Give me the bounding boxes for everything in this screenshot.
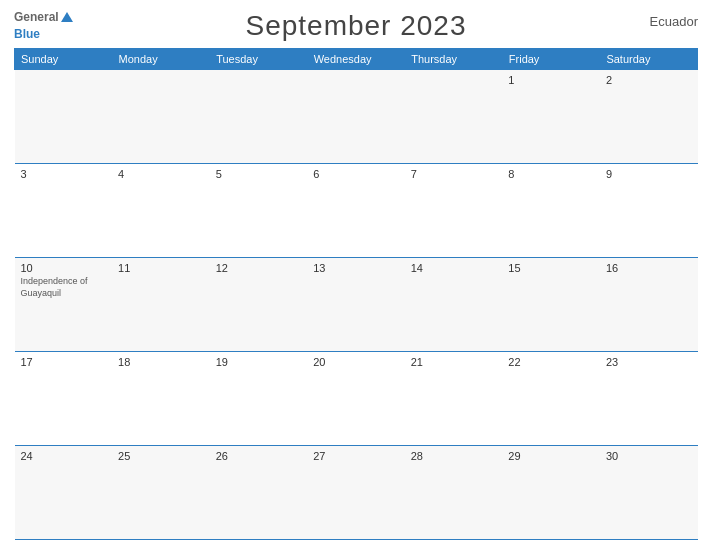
calendar-cell: 21 [405,352,503,446]
calendar-week-row: 24252627282930 [15,446,698,540]
day-number: 17 [21,356,107,368]
calendar-cell: 30 [600,446,698,540]
calendar-cell: 4 [112,164,210,258]
day-number: 26 [216,450,302,462]
calendar-page: General Blue September 2023 Ecuador Sund… [0,0,712,550]
col-header-monday: Monday [112,49,210,70]
calendar-cell [307,70,405,164]
calendar-cell: 22 [502,352,600,446]
calendar-header-row: SundayMondayTuesdayWednesdayThursdayFrid… [15,49,698,70]
day-number: 25 [118,450,204,462]
logo-general-text: General [14,10,59,24]
day-number: 29 [508,450,594,462]
calendar-cell: 18 [112,352,210,446]
calendar-week-row: 17181920212223 [15,352,698,446]
calendar-table: SundayMondayTuesdayWednesdayThursdayFrid… [14,48,698,540]
day-number: 7 [411,168,497,180]
calendar-cell: 9 [600,164,698,258]
day-number: 11 [118,262,204,274]
calendar-cell: 14 [405,258,503,352]
day-number: 12 [216,262,302,274]
col-header-saturday: Saturday [600,49,698,70]
day-number: 22 [508,356,594,368]
calendar-cell: 13 [307,258,405,352]
calendar-cell: 6 [307,164,405,258]
calendar-cell: 20 [307,352,405,446]
calendar-cell [405,70,503,164]
calendar-week-row: 12 [15,70,698,164]
calendar-title: September 2023 [245,10,466,42]
day-number: 18 [118,356,204,368]
col-header-wednesday: Wednesday [307,49,405,70]
calendar-cell: 8 [502,164,600,258]
day-number: 2 [606,74,692,86]
day-number: 8 [508,168,594,180]
day-number: 6 [313,168,399,180]
calendar-cell: 27 [307,446,405,540]
day-number: 19 [216,356,302,368]
logo-blue-text: Blue [14,27,40,41]
calendar-cell: 1 [502,70,600,164]
calendar-cell: 7 [405,164,503,258]
day-number: 20 [313,356,399,368]
day-number: 10 [21,262,107,274]
col-header-friday: Friday [502,49,600,70]
calendar-cell [112,70,210,164]
day-number: 1 [508,74,594,86]
day-number: 9 [606,168,692,180]
calendar-cell: 17 [15,352,113,446]
calendar-cell: 26 [210,446,308,540]
day-number: 23 [606,356,692,368]
day-number: 13 [313,262,399,274]
calendar-cell: 25 [112,446,210,540]
col-header-sunday: Sunday [15,49,113,70]
calendar-cell: 24 [15,446,113,540]
calendar-cell [15,70,113,164]
day-number: 15 [508,262,594,274]
day-number: 14 [411,262,497,274]
day-number: 30 [606,450,692,462]
calendar-cell: 5 [210,164,308,258]
calendar-header: General Blue September 2023 Ecuador [14,10,698,42]
calendar-cell: 3 [15,164,113,258]
calendar-cell: 2 [600,70,698,164]
day-number: 5 [216,168,302,180]
calendar-cell [210,70,308,164]
calendar-cell: 16 [600,258,698,352]
day-number: 24 [21,450,107,462]
calendar-week-row: 3456789 [15,164,698,258]
calendar-cell: 29 [502,446,600,540]
logo-triangle-icon [61,12,73,22]
calendar-cell: 15 [502,258,600,352]
day-number: 4 [118,168,204,180]
country-label: Ecuador [650,14,698,29]
day-number: 28 [411,450,497,462]
calendar-cell: 19 [210,352,308,446]
calendar-cell: 28 [405,446,503,540]
day-number: 3 [21,168,107,180]
calendar-cell: 10Independence of Guayaquil [15,258,113,352]
day-event: Independence of Guayaquil [21,276,107,299]
day-number: 16 [606,262,692,274]
calendar-cell: 23 [600,352,698,446]
calendar-week-row: 10Independence of Guayaquil111213141516 [15,258,698,352]
col-header-tuesday: Tuesday [210,49,308,70]
calendar-cell: 11 [112,258,210,352]
day-number: 27 [313,450,399,462]
col-header-thursday: Thursday [405,49,503,70]
calendar-cell: 12 [210,258,308,352]
logo: General Blue [14,10,73,42]
day-number: 21 [411,356,497,368]
